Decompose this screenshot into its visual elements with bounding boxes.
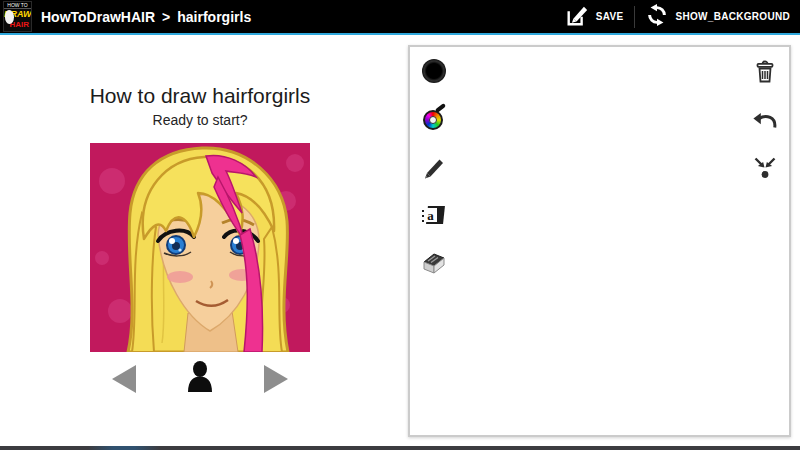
save-edit-icon bbox=[565, 3, 589, 31]
bottom-edge-highlight bbox=[88, 446, 160, 450]
drawing-canvas[interactable]: a bbox=[408, 45, 791, 437]
undo-icon[interactable] bbox=[752, 107, 778, 133]
app-logo-icon: HOW TO DRAW HAIR bbox=[3, 1, 32, 32]
breadcrumb-page-title: hairforgirls bbox=[177, 9, 251, 25]
refresh-sync-icon bbox=[645, 3, 669, 31]
show-background-button[interactable]: SHOW_BACKGROUND bbox=[635, 0, 800, 33]
page-title: How to draw hairforgirls bbox=[0, 84, 400, 108]
app-screen: HOW TO DRAW HAIR HowToDrawHAIR>hairforgi… bbox=[0, 0, 800, 450]
pencil-tool-icon[interactable] bbox=[421, 154, 447, 180]
next-arrow-button[interactable] bbox=[264, 365, 288, 393]
bottom-edge-strip bbox=[0, 446, 800, 450]
actionbar-accent-line bbox=[0, 33, 800, 35]
previous-arrow-button[interactable] bbox=[112, 365, 136, 393]
color-picker-wheel-icon[interactable] bbox=[421, 106, 447, 132]
breadcrumb: HowToDrawHAIR>hairforgirls bbox=[41, 9, 251, 25]
breadcrumb-app-title: HowToDrawHAIR bbox=[41, 9, 155, 25]
text-tool-glyph: a bbox=[424, 208, 437, 222]
person-silhouette-icon[interactable] bbox=[185, 360, 215, 398]
eraser-tool-icon[interactable] bbox=[421, 250, 447, 276]
show-background-label: SHOW_BACKGROUND bbox=[676, 11, 791, 22]
action-bar: HOW TO DRAW HAIR HowToDrawHAIR>hairforgi… bbox=[0, 0, 800, 33]
breadcrumb-separator: > bbox=[162, 9, 170, 25]
share-merge-icon[interactable] bbox=[752, 155, 778, 181]
step-pager bbox=[90, 360, 310, 398]
action-bar-buttons: SAVE SHOW_BACKGROUND bbox=[555, 0, 800, 33]
page-subtitle: Ready to start? bbox=[0, 112, 400, 128]
delete-trash-icon[interactable] bbox=[752, 59, 778, 85]
brush-color-indicator-icon[interactable] bbox=[421, 58, 447, 84]
tool-column-right bbox=[752, 59, 778, 181]
save-button[interactable]: SAVE bbox=[555, 0, 634, 33]
save-label: SAVE bbox=[596, 11, 624, 22]
text-tool-icon[interactable]: a bbox=[421, 202, 447, 228]
logo-line-howto: HOW TO bbox=[4, 2, 31, 9]
tutorial-preview-image bbox=[90, 143, 310, 352]
tool-column-left: a bbox=[421, 58, 447, 276]
logo-face-shape bbox=[5, 10, 14, 24]
